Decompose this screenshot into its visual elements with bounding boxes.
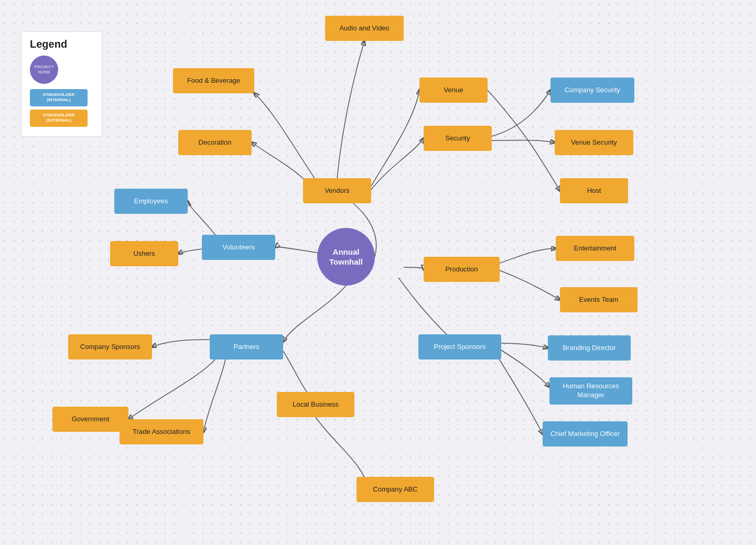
legend-title: Legend [30,38,93,50]
node-food-beverage: Food & Beverage [173,68,254,93]
node-branding-director: Branding Director [548,335,631,361]
node-venue: Venue [419,78,488,103]
node-decoration: Decoration [178,130,252,155]
legend-project-node: PROJECT NODE [30,56,58,84]
node-company-sponsors: Company Sponsors [68,334,152,359]
node-local-business: Local Business [277,392,354,417]
center-node: AnnualTownhall [317,228,375,286]
node-hr-manager: Human ResourcesManager [549,377,632,405]
connections-svg [0,0,756,545]
node-cmo: Chief Marketing Officer [543,421,628,446]
node-host: Host [560,178,628,203]
node-project-sponsors: Project Sponsors [418,334,501,359]
node-entertainment: Entertainment [556,236,634,261]
node-company-security: Company Security [550,78,634,103]
legend-external: STAKEHOLDER (EXTERNAL) [30,110,88,127]
node-volunteers: Volunteers [202,235,275,260]
node-security: Security [424,126,492,151]
node-employees: Employees [114,189,188,214]
legend-internal: STAKEHOLDER (INTERNAL) [30,89,88,106]
legend: Legend PROJECT NODE STAKEHOLDER (INTERNA… [21,31,102,137]
node-events-team: Events Team [560,287,638,312]
node-ushers: Ushers [110,241,178,266]
node-partners: Partners [210,334,283,359]
node-audio-video: Audio and Video [325,16,404,41]
node-venue-security: Venue Security [555,130,633,155]
node-government: Government [52,407,128,432]
node-company-abc: Company ABC [357,477,434,502]
node-production: Production [424,257,500,282]
node-vendors: Vendors [303,178,371,203]
node-trade-assoc: Trade Associations [120,419,203,444]
